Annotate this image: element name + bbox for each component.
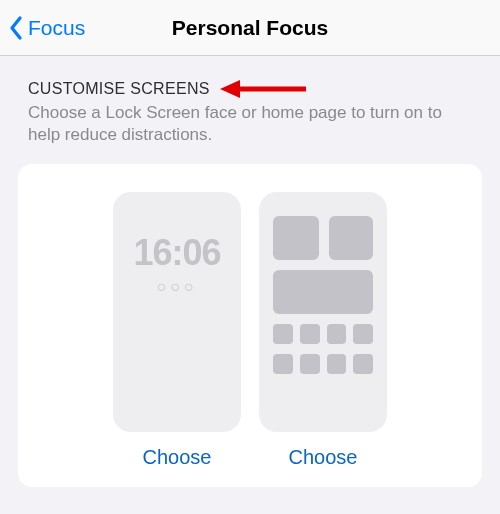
app-icon bbox=[353, 354, 373, 374]
app-icon bbox=[353, 324, 373, 344]
app-icon bbox=[300, 354, 320, 374]
app-icon bbox=[327, 324, 347, 344]
app-icon bbox=[327, 354, 347, 374]
back-label: Focus bbox=[28, 16, 85, 40]
widget-icon bbox=[273, 216, 319, 260]
section-title: CUSTOMISE SCREENS bbox=[28, 80, 472, 98]
nav-bar: Focus Personal Focus bbox=[0, 0, 500, 56]
widget-icon bbox=[329, 216, 373, 260]
lock-screen-preview[interactable]: 16:06 ○○○ bbox=[113, 192, 241, 432]
page-title: Personal Focus bbox=[172, 16, 328, 40]
home-screen-column: Choose bbox=[259, 192, 387, 469]
back-button[interactable]: Focus bbox=[8, 14, 85, 42]
app-icon bbox=[273, 354, 293, 374]
lock-time-label: 16:06 bbox=[113, 232, 241, 274]
choose-home-screen-button[interactable]: Choose bbox=[259, 446, 387, 469]
home-grid-icon bbox=[273, 216, 373, 374]
lock-screen-column: 16:06 ○○○ Choose bbox=[113, 192, 241, 469]
customise-screens-card: 16:06 ○○○ Choose bbox=[18, 164, 482, 487]
chevron-left-icon bbox=[8, 14, 26, 42]
previews-row: 16:06 ○○○ Choose bbox=[36, 192, 464, 469]
home-screen-preview[interactable] bbox=[259, 192, 387, 432]
app-icon bbox=[300, 324, 320, 344]
app-icon bbox=[273, 324, 293, 344]
lock-dots-icon: ○○○ bbox=[113, 278, 241, 296]
choose-lock-screen-button[interactable]: Choose bbox=[113, 446, 241, 469]
widget-icon bbox=[273, 270, 373, 314]
section-description: Choose a Lock Screen face or home page t… bbox=[28, 102, 472, 146]
section-header: CUSTOMISE SCREENS Choose a Lock Screen f… bbox=[0, 56, 500, 156]
